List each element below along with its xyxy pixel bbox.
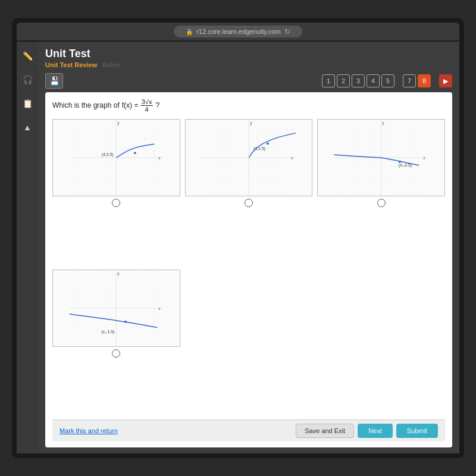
svg-text:y: y: [250, 121, 252, 126]
radio-b[interactable]: [245, 199, 253, 207]
url-text: r12.core.learn.edgenuity.com: [196, 28, 281, 35]
nav-num-5[interactable]: 5: [381, 74, 394, 87]
svg-text:(4,0.5): (4,0.5): [102, 152, 114, 157]
refresh-icon[interactable]: ↻: [284, 27, 290, 36]
svg-text:y: y: [117, 271, 120, 275]
headphone-icon[interactable]: 🎧: [20, 73, 35, 87]
question-label: Which is the graph of: [52, 101, 120, 109]
active-badge: Active: [102, 61, 120, 68]
denominator: 4: [144, 106, 150, 113]
radio-c[interactable]: [377, 199, 386, 207]
graph-c[interactable]: x y (4,-0.5): [317, 119, 445, 196]
svg-point-18: [134, 152, 136, 154]
bottom-bar: Mark this and return Save and Exit Next …: [52, 419, 445, 441]
svg-text:x: x: [158, 306, 161, 311]
nav-num-7[interactable]: 7: [403, 74, 416, 87]
svg-text:(c,-1.5): (c,-1.5): [102, 330, 115, 334]
page-title: Unit Test: [45, 48, 452, 60]
submit-button[interactable]: Submit: [396, 424, 438, 438]
next-button[interactable]: Next: [358, 424, 393, 438]
nav-num-1[interactable]: 1: [322, 74, 335, 87]
question-nav: 1 2 3 4 5 7 8 ▶: [322, 74, 452, 87]
svg-text:x: x: [158, 156, 161, 160]
nav-num-3[interactable]: 3: [352, 74, 365, 87]
svg-text:(4,-0.5): (4,-0.5): [399, 163, 412, 168]
question-text: Which is the graph of f(x) = 3√x 4 ?: [52, 98, 445, 113]
svg-text:(4,1.5): (4,1.5): [253, 146, 265, 151]
svg-point-38: [267, 143, 269, 145]
graphs-grid: x y (4,0.5): [52, 119, 445, 415]
pencil-icon[interactable]: ✏️: [20, 49, 35, 63]
lock-icon: 🔒: [186, 29, 193, 35]
numerator: 3√x: [140, 98, 154, 106]
breadcrumb-link[interactable]: Unit Test Review: [45, 61, 97, 68]
save-exit-button[interactable]: Save and Exit: [296, 424, 354, 438]
toolbar-row: 💾 1 2 3 4 5 7 8 ▶: [45, 73, 452, 89]
browser-url-bar: 🔒 r12.core.learn.edgenuity.com ↻: [174, 26, 302, 37]
graph-option-c[interactable]: x y (4,-0.5): [317, 119, 445, 264]
nav-forward-arrow[interactable]: ▶: [439, 74, 452, 87]
nav-num-4[interactable]: 4: [367, 74, 380, 87]
question-suffix: ?: [155, 101, 159, 109]
graph-b[interactable]: x y (4,1.5): [185, 119, 313, 196]
graph-option-d[interactable]: x y (c,-1.5): [52, 270, 180, 415]
svg-text:x: x: [424, 156, 426, 160]
svg-point-78: [124, 320, 127, 322]
action-buttons: Save and Exit Next Submit: [296, 424, 438, 438]
mark-return-link[interactable]: Mark this and return: [60, 427, 118, 434]
nav-num-2[interactable]: 2: [337, 74, 350, 87]
calculator-icon[interactable]: 📋: [20, 96, 35, 111]
formula-label: f(x) = 3√x 4: [122, 98, 154, 113]
svg-text:x: x: [291, 156, 293, 160]
browser-bar: 🔒 r12.core.learn.edgenuity.com ↻: [17, 23, 459, 40]
svg-text:y: y: [117, 121, 120, 126]
graph-option-b[interactable]: x y (4,1.5): [185, 119, 313, 264]
radio-a[interactable]: [112, 199, 120, 207]
up-arrow-icon[interactable]: ▲: [20, 120, 35, 134]
fraction: 3√x 4: [140, 98, 154, 113]
graph-d[interactable]: x y (c,-1.5): [52, 270, 180, 347]
breadcrumb-row: Unit Test Review Active: [45, 61, 452, 68]
radio-d[interactable]: [112, 349, 120, 358]
question-panel: Which is the graph of f(x) = 3√x 4 ?: [45, 92, 452, 447]
graph-option-a[interactable]: x y (4,0.5): [52, 119, 180, 264]
graph-a[interactable]: x y (4,0.5): [52, 119, 180, 196]
page-header: Unit Test Unit Test Review Active: [45, 48, 452, 68]
svg-text:y: y: [383, 121, 385, 126]
content-area: Unit Test Unit Test Review Active 💾 1 2 …: [38, 42, 459, 453]
left-sidebar: ✏️ 🎧 📋 ▲: [17, 42, 38, 453]
save-icon-button[interactable]: 💾: [45, 73, 63, 89]
nav-num-8[interactable]: 8: [418, 74, 431, 87]
